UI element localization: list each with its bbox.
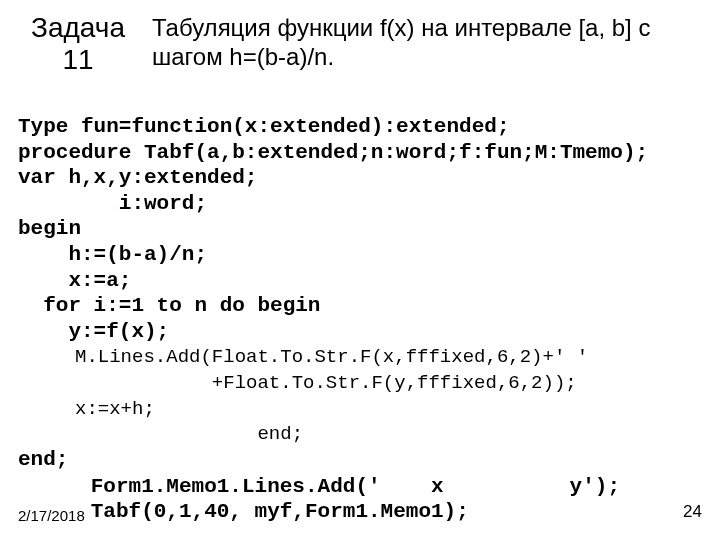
code-block: Type fun=function(x:extended):extended; … [0,82,720,472]
page-number: 24 [675,502,702,524]
code-line: +Float.To.Str.F(y,fffixed,6,2)); [18,372,577,394]
code-line: y:=f(x); [18,320,169,343]
code-line: end; [18,448,68,471]
slide-header: Задача 11 Табуляция функции f(x) на инте… [0,0,720,82]
code-line: i:word; [18,192,207,215]
code-line: x:=a; [18,269,131,292]
code-line: Type fun=function(x:extended):extended; [18,115,509,138]
footer-code: Form1.Memo1.Lines.Add(' x y'); Tabf(0,1,… [91,474,675,524]
code-line: procedure Tabf(a,b:extended;n:word;f:fun… [18,141,648,164]
code-line: x:=x+h; [18,398,155,420]
task-label-line1: Задача [31,12,125,43]
code-line: var h,x,y:extended; [18,166,257,189]
code-line: M.Lines.Add(Float.To.Str.F(x,fffixed,6,2… [18,346,588,368]
task-number: Задача 11 [18,12,138,76]
code-line: Tabf(0,1,40, myf,Form1.Memo1); [91,500,469,523]
code-line: begin [18,217,81,240]
code-line: Form1.Memo1.Lines.Add(' x y'); [91,475,620,498]
code-line: h:=(b-a)/n; [18,243,207,266]
code-line: for i:=1 to n do begin [18,294,320,317]
task-description: Табуляция функции f(x) на интервале [a, … [138,12,702,72]
task-label-line2: 11 [62,44,93,75]
code-line: end; [18,423,303,445]
footer-date: 2/17/2018 [18,507,91,524]
slide-footer: 2/17/2018 Form1.Memo1.Lines.Add(' x y');… [18,474,702,524]
